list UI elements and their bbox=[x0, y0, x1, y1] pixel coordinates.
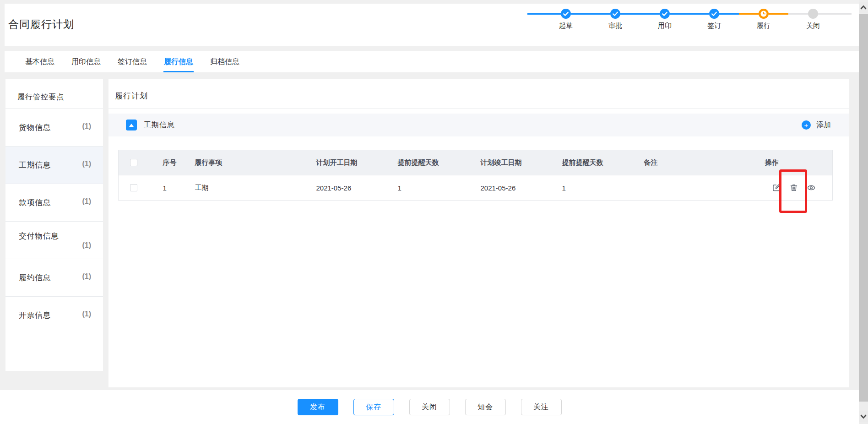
check-icon bbox=[660, 9, 670, 19]
column-header-start-date: 计划开工日期 bbox=[316, 150, 398, 175]
sidebar-item-count: (1) bbox=[82, 122, 91, 133]
row-checkbox[interactable] bbox=[130, 184, 137, 191]
sidebar-item-label: 履约信息 bbox=[19, 272, 51, 283]
cell-end-date: 2021-05-26 bbox=[481, 175, 562, 201]
sidebar-item-label: 工期信息 bbox=[19, 160, 51, 170]
step-approve: 审批 bbox=[591, 9, 640, 30]
column-header-end-remind: 提前提醒天数 bbox=[562, 150, 644, 175]
page-header: 合同履行计划 起草 审批 用印 bbox=[5, 4, 859, 46]
tab-seal-info[interactable]: 用印信息 bbox=[71, 51, 101, 72]
sidebar-item-count: (1) bbox=[82, 272, 91, 283]
vertical-scrollbar[interactable] bbox=[859, 0, 868, 424]
clock-icon bbox=[759, 9, 769, 19]
publish-button[interactable]: 发布 bbox=[298, 399, 338, 415]
sidebar-item-schedule[interactable]: 工期信息 (1) bbox=[5, 147, 103, 184]
add-button-label: 添加 bbox=[816, 120, 831, 130]
cell-start-date: 2021-05-26 bbox=[316, 175, 398, 201]
column-header-seq: 序号 bbox=[163, 150, 195, 175]
main-panel: 履行计划 工期信息 + 添加 序号 履行事项 计划开工日期 提前提醒天数 bbox=[108, 79, 849, 387]
footer-toolbar: 发布 保存 关闭 知会 关注 bbox=[0, 390, 859, 424]
page-title: 合同履行计划 bbox=[8, 17, 74, 32]
cell-remark bbox=[644, 175, 765, 201]
sidebar-item-deliverable[interactable]: 交付物信息 (1) bbox=[5, 222, 103, 259]
cell-seq: 1 bbox=[163, 175, 195, 201]
stepper-lead-line bbox=[527, 9, 541, 19]
triangle-up-icon bbox=[129, 124, 134, 127]
pending-dot-icon bbox=[808, 9, 818, 19]
tab-bar: 基本信息 用印信息 签订信息 履行信息 归档信息 bbox=[5, 51, 859, 72]
check-icon bbox=[610, 9, 620, 19]
sidebar-item-invoice[interactable]: 开票信息 (1) bbox=[5, 297, 103, 334]
tab-perform-info[interactable]: 履行信息 bbox=[164, 51, 193, 72]
cell-item: 工期 bbox=[195, 175, 316, 201]
step-label: 关闭 bbox=[806, 22, 820, 30]
sidebar-item-label: 款项信息 bbox=[19, 197, 51, 208]
step-perform: 履行 bbox=[739, 9, 788, 30]
sidebar: 履行管控要点 货物信息 (1) 工期信息 (1) 款项信息 (1) 交付物信息 … bbox=[5, 79, 103, 371]
chevron-down-icon bbox=[860, 414, 867, 419]
step-label: 起草 bbox=[559, 22, 573, 30]
scroll-down-button[interactable] bbox=[859, 411, 868, 422]
sidebar-item-goods[interactable]: 货物信息 (1) bbox=[5, 109, 103, 147]
column-header-remark: 备注 bbox=[644, 150, 765, 175]
scrollbar-thumb[interactable] bbox=[859, 14, 868, 402]
section-header: 工期信息 + 添加 bbox=[108, 114, 849, 136]
plus-circle-icon: + bbox=[802, 120, 811, 130]
step-draft: 起草 bbox=[541, 9, 591, 30]
check-icon bbox=[561, 9, 571, 19]
select-all-checkbox[interactable] bbox=[130, 159, 137, 166]
step-close: 关闭 bbox=[788, 9, 838, 30]
column-header-item: 履行事项 bbox=[195, 150, 316, 175]
collapse-button[interactable] bbox=[126, 120, 137, 130]
follow-button[interactable]: 关注 bbox=[521, 399, 562, 415]
workflow-stepper: 起草 审批 用印 签订 bbox=[527, 9, 852, 30]
step-label: 履行 bbox=[757, 22, 770, 30]
step-sign: 签订 bbox=[689, 9, 739, 30]
cell-start-remind: 1 bbox=[398, 175, 481, 201]
panel-title: 履行计划 bbox=[108, 79, 849, 109]
sidebar-item-label: 交付物信息 bbox=[19, 231, 91, 241]
tab-sign-info[interactable]: 签订信息 bbox=[118, 51, 147, 72]
sidebar-item-label: 开票信息 bbox=[19, 310, 51, 321]
edit-icon[interactable] bbox=[772, 183, 781, 192]
stepper-tail-line bbox=[838, 9, 852, 19]
sidebar-item-performance[interactable]: 履约信息 (1) bbox=[5, 259, 103, 297]
step-label: 用印 bbox=[658, 22, 672, 30]
notify-button[interactable]: 知会 bbox=[465, 399, 506, 415]
check-icon bbox=[709, 9, 719, 19]
column-header-actions: 操作 bbox=[765, 150, 833, 175]
tab-archive-info[interactable]: 归档信息 bbox=[210, 51, 239, 72]
sidebar-item-count: (1) bbox=[82, 160, 91, 170]
step-label: 审批 bbox=[608, 22, 622, 30]
chevron-up-icon bbox=[860, 5, 867, 10]
table-row: 1 工期 2021-05-26 1 2021-05-26 1 bbox=[119, 175, 833, 201]
add-button[interactable]: + 添加 bbox=[802, 120, 831, 130]
section-title: 工期信息 bbox=[144, 120, 175, 130]
save-button[interactable]: 保存 bbox=[353, 399, 394, 415]
tab-basic-info[interactable]: 基本信息 bbox=[25, 51, 54, 72]
cell-end-remind: 1 bbox=[562, 175, 644, 201]
row-actions bbox=[765, 183, 833, 192]
sidebar-item-count: (1) bbox=[82, 241, 91, 250]
delete-icon[interactable] bbox=[789, 183, 798, 192]
sidebar-item-count: (1) bbox=[82, 310, 91, 321]
sidebar-title: 履行管控要点 bbox=[5, 79, 103, 109]
close-button[interactable]: 关闭 bbox=[409, 399, 450, 415]
schedule-table: 序号 履行事项 计划开工日期 提前提醒天数 计划竣工日期 提前提醒天数 备注 操… bbox=[118, 150, 832, 201]
column-header-end-date: 计划竣工日期 bbox=[481, 150, 562, 175]
view-icon[interactable] bbox=[807, 183, 816, 192]
step-label: 签订 bbox=[707, 22, 721, 30]
table-header-row: 序号 履行事项 计划开工日期 提前提醒天数 计划竣工日期 提前提醒天数 备注 操… bbox=[119, 150, 833, 175]
sidebar-item-label: 货物信息 bbox=[19, 122, 51, 133]
sidebar-item-payment[interactable]: 款项信息 (1) bbox=[5, 184, 103, 222]
scroll-up-button[interactable] bbox=[859, 2, 868, 13]
step-seal: 用印 bbox=[640, 9, 689, 30]
sidebar-item-count: (1) bbox=[82, 197, 91, 208]
column-header-start-remind: 提前提醒天数 bbox=[398, 150, 481, 175]
